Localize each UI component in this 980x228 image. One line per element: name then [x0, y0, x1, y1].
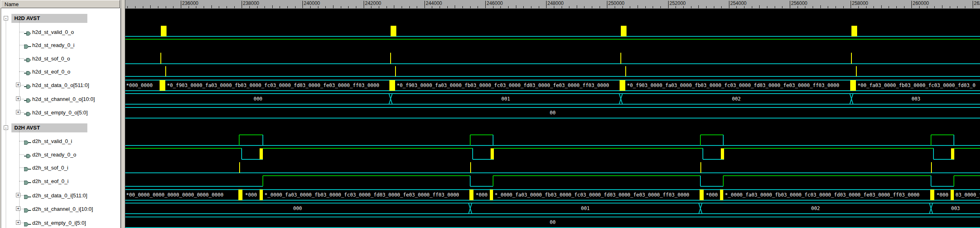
h2d-channel-value: 000 [253, 96, 262, 102]
d2h-ready-mark [951, 148, 954, 159]
h2d-valid-pulse [851, 26, 857, 36]
d2h-data-separator [490, 190, 493, 200]
d2h-data-separator [260, 190, 263, 200]
h2d-channel-value: 002 [732, 96, 741, 102]
h2d-data-value: *0_f903_0000_fa03_0000_fb03_0000_fc03_00… [167, 83, 379, 88]
wave-panel: 2360002380002400002420002440002460002480… [125, 0, 980, 228]
d2h-data-value: *_0000_fa03_0000_fb03_0000_fc03_0000_fd0… [264, 192, 459, 198]
d2h-data-separator [930, 190, 934, 200]
h2d-data-separator [850, 80, 856, 91]
waveform-canvas[interactable]: *000_0000*0_f903_0000_fa03_0000_fb03_000… [0, 0, 980, 228]
d2h-data-value: *000 [706, 192, 718, 198]
h2d-valid-pulse [391, 26, 396, 36]
h2d-data-value: *0_f903_0000_fa03_0000_fb03_0000_fc03_00… [397, 83, 609, 88]
h2d-data-separator [620, 80, 625, 91]
d2h-channel-value: 001 [581, 206, 590, 211]
h2d-channel-value: 001 [501, 96, 510, 102]
d2h-data-value: *_0000_fa03_0000_fb03_0000_fc03_0000_fd0… [725, 192, 920, 198]
h2d-empty-value: 00 [550, 110, 556, 116]
h2d-data-separator [160, 80, 165, 91]
waveform-viewer-window: Name -H2D AVSTh2d_st_valid_0_oh2d_st_rea… [0, 0, 980, 228]
d2h-channel-value: 000 [293, 206, 302, 211]
d2h-data-separator [469, 190, 473, 200]
d2h-channel-value: 003 [951, 206, 960, 211]
d2h-data-separator [238, 190, 242, 200]
d2h-data-value: *000 [245, 192, 257, 198]
h2d-valid-pulse [621, 26, 627, 36]
d2h-data-separator [700, 190, 704, 200]
h2d-data-value: *0_f903_0000_fa03_0000_fb03_0000_fc03_00… [627, 83, 839, 88]
d2h-empty-value: 00 [550, 219, 556, 225]
d2h-data-value: *00_0000_0000_0000_0000_0000_0000 [126, 192, 223, 198]
d2h-ready-mark [491, 148, 494, 159]
d2h-data-value: *000 [937, 192, 949, 198]
d2h-data-separator [951, 190, 954, 200]
d2h-ready-mark [260, 148, 263, 159]
h2d-valid-pulse [161, 26, 167, 36]
h2d-data-value: *000_0000 [126, 83, 153, 88]
d2h-channel-value: 002 [811, 206, 820, 211]
d2h-data-value: 03_0000_f [956, 192, 980, 198]
h2d-channel-value: 003 [911, 96, 920, 102]
d2h-data-value: *_0000_fa03_0000_fb03_0000_fc03_0000_fd0… [495, 192, 689, 198]
h2d-data-separator [389, 80, 395, 91]
h2d-data-value: *00_fa03_0000_fb03_0000_fc03_0000_fd03_0 [858, 83, 976, 88]
d2h-ready-mark [721, 148, 724, 159]
d2h-data-separator [720, 190, 723, 200]
d2h-data-value: *000 [476, 192, 488, 198]
